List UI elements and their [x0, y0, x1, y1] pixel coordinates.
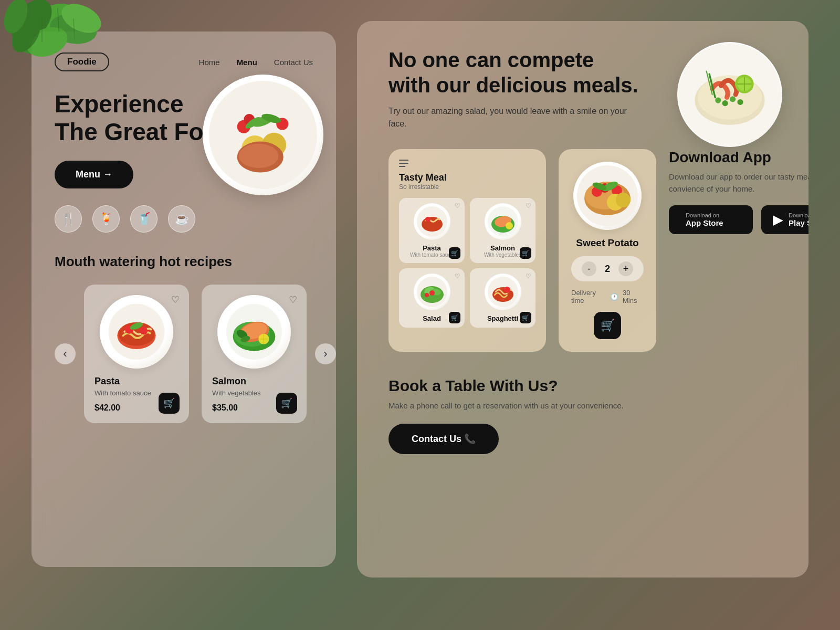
- recipes-title: Mouth watering hot recipes: [55, 254, 313, 270]
- svg-point-66: [504, 287, 510, 293]
- delivery-label: Delivery time: [571, 289, 606, 304]
- food-item-salad: ♡ Salad 🛒: [399, 268, 465, 328]
- book-subtitle: Make a phone call to get a reservation w…: [388, 400, 777, 412]
- app-store-label: Download on: [686, 212, 723, 218]
- food-img-salad: [414, 274, 450, 310]
- order-food-svg: [576, 164, 639, 227]
- store-buttons: Download on App Store ▶ Download on Play…: [669, 205, 808, 234]
- nav: Foodie Home Menu Contact Us: [55, 52, 313, 71]
- mini-salmon-svg: [487, 206, 519, 237]
- cart-button-pasta[interactable]: 🛒: [159, 393, 180, 414]
- salmon-svg: [225, 303, 283, 361]
- download-title: Download App: [669, 149, 808, 166]
- phone-header: [399, 160, 536, 167]
- delivery-info: Delivery time 🕐 30 Mins: [571, 289, 644, 304]
- heart-icon-mini-salad[interactable]: ♡: [455, 272, 460, 280]
- quantity-minus-button[interactable]: -: [582, 261, 596, 276]
- cart-icon-salmon-mini[interactable]: 🛒: [520, 247, 531, 259]
- food-grid: ♡ Pasta With tomato sauce 🛒: [399, 198, 536, 328]
- download-section: Download App Download our app to order o…: [669, 149, 808, 331]
- svg-point-43: [730, 96, 736, 102]
- heart-icon-mini-pasta[interactable]: ♡: [455, 202, 460, 209]
- play-icon: ▶: [773, 212, 783, 228]
- mini-salad-svg: [416, 276, 448, 308]
- svg-point-63: [425, 293, 429, 297]
- cart-icon-pasta-mini[interactable]: 🛒: [449, 247, 460, 259]
- right-hero-subtitle: Try out our amazing salad, you would lea…: [388, 105, 640, 130]
- play-store-text: Download on Play Store: [789, 212, 808, 227]
- order-name: Sweet Potato: [571, 237, 644, 249]
- svg-point-15: [239, 144, 279, 168]
- phone-subtitle: So irresistable: [399, 183, 536, 191]
- hero-section: Experience The Great Food: [55, 90, 313, 233]
- recipes-carousel: ‹ ♡: [55, 285, 313, 423]
- food-img-spaghetti: [485, 274, 521, 310]
- book-section: Book a Table With Us? Make a phone call …: [388, 377, 777, 454]
- cup-icon[interactable]: 🥤: [130, 205, 158, 233]
- recipe-card-salmon: ♡: [202, 285, 307, 423]
- play-store-name: Play Store: [789, 218, 808, 227]
- left-panel: Foodie Home Menu Contact Us Experience T…: [32, 32, 336, 567]
- svg-point-42: [722, 100, 728, 106]
- cart-icon-spaghetti-mini[interactable]: 🛒: [520, 312, 531, 323]
- food-item-pasta: ♡ Pasta With tomato sauce 🛒: [399, 198, 465, 263]
- prev-button[interactable]: ‹: [55, 343, 76, 364]
- cart-icon-salad-mini[interactable]: 🛒: [449, 312, 460, 323]
- right-hero-plate: [677, 42, 782, 147]
- hero-plate: [203, 75, 323, 195]
- heart-icon-mini-spaghetti[interactable]: ♡: [526, 272, 531, 280]
- recipe-plate-salmon: [217, 295, 291, 369]
- recipes-section: Mouth watering hot recipes ‹ ♡: [55, 254, 313, 423]
- app-store-name: App Store: [686, 218, 723, 227]
- svg-point-53: [425, 217, 430, 222]
- clock-icon: 🕐: [610, 293, 618, 301]
- delivery-time: 30 Mins: [623, 289, 644, 304]
- food-img-pasta: [414, 203, 450, 240]
- recipe-name-pasta: Pasta: [94, 376, 178, 387]
- svg-point-11: [209, 81, 317, 189]
- pasta-svg: [108, 303, 165, 361]
- svg-point-41: [715, 98, 721, 103]
- cocktail-icon[interactable]: 🍹: [92, 205, 120, 233]
- next-button[interactable]: ›: [315, 343, 336, 364]
- play-store-label: Download on: [789, 212, 808, 218]
- icon-row: 🍴 🍹 🥤 ☕: [55, 205, 313, 233]
- food-item-spaghetti: ♡ Spaghetti 🛒: [470, 268, 536, 328]
- app-store-text: Download on App Store: [686, 212, 723, 227]
- phone-mockup: Tasty Meal So irresistable ♡ Pasta: [388, 149, 546, 352]
- recipe-card-pasta: ♡: [84, 285, 189, 423]
- nav-contact[interactable]: Contact Us: [274, 58, 313, 67]
- app-store-button[interactable]: Download on App Store: [669, 205, 753, 234]
- right-panel: No one can compete with our delicious me…: [357, 21, 808, 578]
- right-hero-title: No one can compete with our delicious me…: [388, 47, 677, 98]
- mini-pasta-svg: [416, 206, 448, 237]
- recipe-plate-pasta: [100, 295, 173, 369]
- quantity-plus-button[interactable]: +: [618, 261, 633, 276]
- heart-icon-salmon[interactable]: ♡: [289, 294, 297, 306]
- app-section: Tasty Meal So irresistable ♡ Pasta: [388, 149, 777, 352]
- svg-point-44: [737, 99, 743, 105]
- nav-home[interactable]: Home: [199, 58, 220, 67]
- order-plate: [573, 162, 642, 230]
- order-cart-button[interactable]: 🛒: [594, 312, 621, 339]
- food-item-salmon: ♡ Salmon With vegetables 🛒: [470, 198, 536, 263]
- heart-icon-mini-salmon[interactable]: ♡: [526, 202, 531, 209]
- svg-line-9: [58, 8, 59, 32]
- logo[interactable]: Foodie: [55, 52, 109, 71]
- heart-icon-pasta[interactable]: ♡: [171, 294, 180, 306]
- phone-title: Tasty Meal: [399, 172, 536, 183]
- nav-links: Home Menu Contact Us: [199, 58, 313, 67]
- menu-button[interactable]: Menu →: [55, 161, 133, 188]
- svg-point-57: [506, 222, 513, 229]
- coffee-icon[interactable]: ☕: [168, 205, 195, 233]
- contact-button[interactable]: Contact Us 📞: [388, 424, 499, 454]
- nav-menu[interactable]: Menu: [237, 58, 257, 67]
- play-store-button[interactable]: ▶ Download on Play Store: [761, 205, 808, 234]
- fork-icon[interactable]: 🍴: [55, 205, 82, 233]
- svg-point-62: [429, 290, 435, 296]
- mini-spaghetti-svg: [487, 276, 519, 308]
- cart-button-salmon[interactable]: 🛒: [276, 393, 297, 414]
- right-hero-food-svg: [677, 42, 782, 147]
- svg-point-26: [140, 327, 148, 335]
- book-title: Book a Table With Us?: [388, 377, 777, 395]
